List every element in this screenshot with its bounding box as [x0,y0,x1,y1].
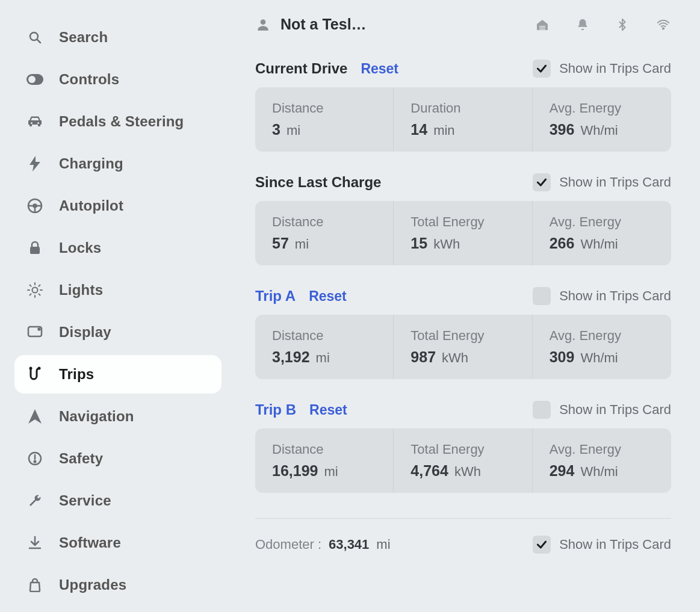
section-title[interactable]: Trip A [255,288,296,304]
sidebar-item-label: Navigation [59,408,134,425]
sidebar-item-autopilot[interactable]: Autopilot [14,187,221,225]
stat-cell: Total Energy15kWh [394,201,532,265]
stat-label: Total Energy [410,214,515,230]
bolt-icon [26,155,43,172]
toggle-icon [26,71,43,88]
section-header: Since Last ChargeShow in Trips Card [255,173,671,191]
show-in-trips-checkbox[interactable] [533,401,551,419]
svg-rect-27 [539,27,545,28]
odometer-unit: mi [376,537,390,552]
bulb-icon [26,282,43,298]
stat-cell: Avg. Energy266Wh/mi [533,201,671,265]
stat-label: Distance [272,214,376,230]
svg-point-19 [38,367,41,370]
stat-cell: Total Energy4,764kWh [394,428,532,493]
stat-unit: mi [324,464,338,480]
sidebar-item-label: Autopilot [59,197,123,214]
sidebar-item-trips[interactable]: Trips [14,355,221,394]
show-in-trips-checkbox[interactable] [533,287,551,305]
section-title[interactable]: Trip B [255,401,296,418]
reset-link[interactable]: Reset [309,402,347,418]
stat-unit: mi [295,236,309,252]
sidebar-item-label: Lights [59,282,103,298]
stat-value: 294 [550,462,575,480]
reset-link[interactable]: Reset [361,61,398,77]
bell-icon[interactable] [576,18,589,31]
sidebar-item-label: Software [59,534,121,551]
svg-point-25 [261,19,266,25]
stat-label: Duration [410,100,515,116]
sidebar-item-label: Trips [59,366,94,383]
svg-line-1 [37,40,40,43]
svg-rect-28 [539,29,545,29]
sidebar-item-label: Controls [59,71,119,88]
trips-icon [26,366,43,383]
sidebar-item-label: Locks [59,240,101,256]
sidebar-item-locks[interactable]: Locks [14,229,221,267]
stat-unit: kWh [433,236,460,252]
sidebar-item-controls[interactable]: Controls [14,60,221,99]
sidebar-item-service[interactable]: Service [14,481,221,520]
reset-link[interactable]: Reset [309,288,347,304]
stat-unit: Wh/mi [580,464,618,480]
user-name: Not a Tesl… [280,16,367,33]
svg-line-12 [30,285,31,286]
odometer-label: Odometer : [255,537,321,552]
stat-label: Distance [272,100,376,116]
section-header: Trip BResetShow in Trips Card [255,401,671,419]
sidebar-item-pedals-steering[interactable]: Pedals & Steering [14,102,221,141]
sidebar-item-charging[interactable]: Charging [14,144,221,183]
svg-point-7 [33,288,38,293]
sidebar-item-display[interactable]: Display [14,313,221,351]
stat-value: 57 [272,235,289,252]
svg-point-29 [663,28,664,29]
sidebar-item-search[interactable]: Search [14,18,221,57]
sidebar-item-upgrades[interactable]: Upgrades [14,566,221,604]
stat-value: 987 [410,348,436,366]
lock-icon [26,240,43,256]
stat-value: 15 [410,235,427,252]
sidebar-item-navigation[interactable]: Navigation [14,397,221,436]
svg-rect-26 [539,26,545,26]
stat-cell: Duration14min [394,87,532,152]
svg-line-15 [39,285,40,286]
sidebar-item-safety[interactable]: Safety [14,439,221,478]
stat-label: Avg. Energy [550,100,654,116]
stat-label: Avg. Energy [550,442,654,457]
svg-rect-6 [30,247,40,254]
stat-cell: Distance3mi [255,87,394,152]
stat-label: Total Energy [410,328,515,344]
stat-value: 4,764 [410,462,448,480]
stat-cell: Avg. Energy309Wh/mi [533,315,671,379]
stat-unit: min [433,123,454,138]
stat-unit: mi [287,123,300,138]
stat-value: 3 [272,121,280,138]
sidebar-item-label: Pedals & Steering [59,113,184,130]
odometer-show-checkbox[interactable] [533,536,551,554]
stat-unit: Wh/mi [580,350,618,366]
sidebar-item-lights[interactable]: Lights [14,271,221,309]
stat-unit: Wh/mi [580,123,618,138]
stat-cell: Avg. Energy396Wh/mi [533,87,671,152]
stat-grid: Distance16,199miTotal Energy4,764kWhAvg.… [255,428,671,493]
section-header: Current DriveResetShow in Trips Card [255,60,671,78]
stat-value: 309 [550,348,575,366]
car-icon [26,113,43,130]
topbar: Not a Tesl… [255,16,671,33]
homelink-icon[interactable] [535,17,550,32]
odometer-show-label: Show in Trips Card [559,537,671,552]
sidebar-item-software[interactable]: Software [14,524,221,562]
stat-cell: Distance3,192mi [255,315,394,379]
stat-cell: Distance57mi [255,201,394,265]
user-icon [255,17,271,32]
bluetooth-icon[interactable] [616,17,629,32]
stat-value: 3,192 [272,348,310,366]
user-profile[interactable]: Not a Tesl… [255,16,524,33]
section-title: Current Drive [255,60,347,77]
show-in-trips-checkbox[interactable] [533,173,551,191]
show-in-trips-checkbox[interactable] [533,60,551,78]
wifi-icon[interactable] [655,18,671,31]
svg-point-5 [34,205,37,208]
sidebar-item-label: Upgrades [59,576,126,593]
show-in-trips-label: Show in Trips Card [559,175,671,190]
